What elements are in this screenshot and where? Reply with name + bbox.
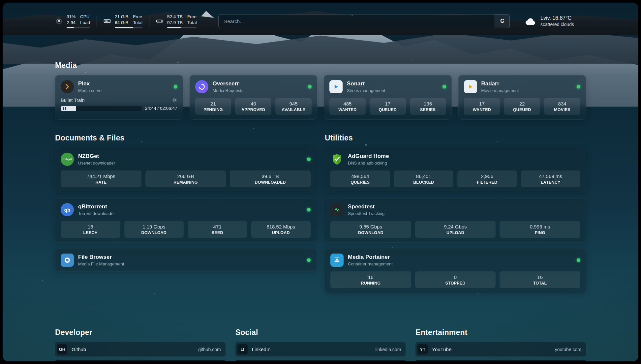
stat-approved: 40 APPROVED: [235, 98, 271, 115]
app-name: Speedtest: [348, 203, 384, 210]
app-card-adguard[interactable]: AdGuard Home DNS and adblocking 498,564 …: [325, 148, 586, 192]
overseerr-icon: [195, 80, 208, 93]
status-indicator-online: [307, 258, 311, 262]
app-name: Media Portainer: [348, 254, 393, 260]
app-description: Speedtest Tracking: [348, 211, 384, 216]
stat-filtered: 2,956 FILTERED: [457, 170, 517, 187]
ram-progress-bar: [115, 27, 142, 28]
app-card-filebrowser[interactable]: File Browser Media File Management: [55, 249, 316, 272]
bookmark-github[interactable]: GH Github github.com: [55, 342, 226, 356]
stat-rate: 744.21 Mbps RATE: [61, 170, 141, 187]
stat-available: 945 AVAILABLE: [275, 98, 312, 115]
linkedin-icon: LI: [237, 344, 248, 354]
filebrowser-icon: [61, 254, 74, 267]
weather-condition: scattered clouds: [540, 22, 574, 27]
cloud-icon: [525, 17, 536, 25]
session-settings-button[interactable]: [172, 97, 177, 103]
stat-series: 196 SERIES: [410, 98, 446, 115]
status-indicator-online: [577, 85, 580, 89]
app-description: Media Requests: [213, 88, 244, 93]
bookmark-name: Github: [72, 347, 194, 352]
bookmark-name: LinkedIn: [252, 347, 371, 352]
app-name: File Browser: [78, 254, 124, 260]
bookmark-netflix[interactable]: NF Netflix netflix.com: [415, 360, 586, 361]
portainer-icon: [330, 254, 344, 267]
bookmark-url: github.com: [198, 347, 221, 352]
stat-latency: 47.569 ms LATENCY: [521, 170, 581, 187]
status-indicator-online: [307, 158, 311, 161]
stat-stopped: 0 STOPPED: [415, 271, 496, 288]
app-name: Plex: [78, 80, 103, 87]
disk-total-value: 97.9 TB: [167, 20, 183, 26]
app-name: Radarr: [481, 80, 519, 87]
adguard-icon: [330, 153, 344, 166]
stat-download: 1.19 Gbps DOWNLOAD: [124, 221, 184, 238]
cpu-load-value: 2.94: [67, 20, 76, 26]
plex-icon: [61, 80, 74, 93]
bookmark-group-entertainment: Entertainment YT YouTube youtube.com NF …: [415, 328, 586, 361]
system-metrics: 31% 2.94 CPU Load: [55, 14, 203, 28]
dashboard-screen: 31% 2.94 CPU Load: [3, 3, 638, 361]
stat-queries: 498,564 QUERIES: [330, 170, 390, 187]
bookmark-youtube[interactable]: YT YouTube youtube.com: [415, 342, 586, 356]
stat-downloaded: 39.6 TB DOWNLOADED: [230, 170, 311, 187]
app-card-qbittorrent[interactable]: qb qBittorrent Torrent downloader 16: [55, 198, 316, 243]
cpu-progress-bar: [67, 27, 90, 28]
search-input[interactable]: [218, 14, 510, 28]
sonarr-icon: [329, 80, 343, 93]
cpu-icon: [55, 17, 63, 25]
playback-progress-bar[interactable]: [61, 106, 142, 111]
stat-total: 16 TOTAL: [500, 271, 580, 288]
stat-wanted: 17 WANTED: [464, 98, 500, 115]
ram-total-value: 64 GiB: [115, 20, 128, 26]
disk-icon: [156, 17, 164, 25]
section-title-utilities: Utilities: [325, 134, 586, 142]
pause-icon[interactable]: [63, 107, 66, 110]
gear-icon: [172, 97, 177, 103]
stat-queued: 22 QUEUED: [504, 98, 540, 115]
bookmark-name: YouTube: [432, 347, 551, 352]
nzbget-icon: nzbget: [61, 153, 74, 166]
app-description: Movie management: [481, 88, 519, 93]
app-description: DNS and adblocking: [348, 161, 389, 166]
app-name: Overseerr: [213, 80, 244, 87]
speedtest-icon: [330, 203, 344, 216]
app-card-speedtest[interactable]: Speedtest Speedtest Tracking 9.65 Gbps D…: [325, 198, 586, 243]
stat-wanted: 485 WANTED: [329, 98, 366, 115]
qbittorrent-icon: qb: [61, 203, 74, 216]
section-media: Media Plex Media server: [55, 61, 586, 120]
app-card-plex[interactable]: Plex Media server Bullet Train: [55, 75, 183, 120]
app-card-nzbget[interactable]: nzbget NZBGet Usenet downloader 744.21 M…: [55, 148, 316, 192]
bookmark-url: linkedin.com: [376, 347, 401, 352]
status-indicator-online: [174, 85, 177, 89]
status-indicator-online: [308, 85, 312, 89]
stat-upload: 618.52 Mbps UPLOAD: [251, 221, 311, 238]
app-name: Sonarr: [347, 80, 385, 87]
section-title-entertainment: Entertainment: [415, 328, 586, 337]
cpu-usage-value: 31%: [67, 14, 76, 20]
cpu-widget: 31% 2.94 CPU Load: [55, 14, 97, 28]
playback-time: 24:44 / 02:06:47: [145, 106, 177, 111]
app-name: AdGuard Home: [348, 153, 389, 160]
now-playing-title: Bullet Train: [61, 98, 85, 103]
disk-total-label: Total: [187, 20, 197, 26]
cpu-usage-label: CPU: [80, 14, 90, 20]
stat-seed: 471 SEED: [188, 221, 247, 238]
app-card-sonarr[interactable]: Sonarr Series management 485 WANTED 17 Q…: [324, 75, 452, 120]
ram-total-label: Total: [133, 20, 142, 26]
app-card-radarr[interactable]: Radarr Movie management 17 WANTED 22 QUE…: [458, 75, 586, 120]
status-indicator-online: [577, 258, 580, 262]
search-bar: G: [218, 14, 510, 28]
weather-widget: Lviv, 16.87°C scattered clouds: [525, 15, 586, 27]
app-card-portainer[interactable]: Media Portainer Container management 16 …: [325, 249, 586, 293]
search-engine-button[interactable]: G: [495, 14, 510, 28]
plex-now-playing: Bullet Train: [61, 97, 177, 111]
bookmark-stackoverflow[interactable]: SO StackOverflow stackoverflow.com: [55, 360, 226, 361]
app-card-overseerr[interactable]: Overseerr Media Requests 21 PENDING 40 A…: [190, 75, 318, 120]
bookmark-twitter[interactable]: TW Twitter twitter.com: [235, 360, 406, 361]
bookmark-linkedin[interactable]: LI LinkedIn linkedin.com: [235, 342, 406, 356]
disk-free-value: 52.4 TB: [167, 14, 183, 20]
app-description: Series management: [347, 88, 385, 93]
ram-icon: [103, 17, 111, 25]
stat-ping: 0.993 ms PING: [500, 221, 580, 238]
